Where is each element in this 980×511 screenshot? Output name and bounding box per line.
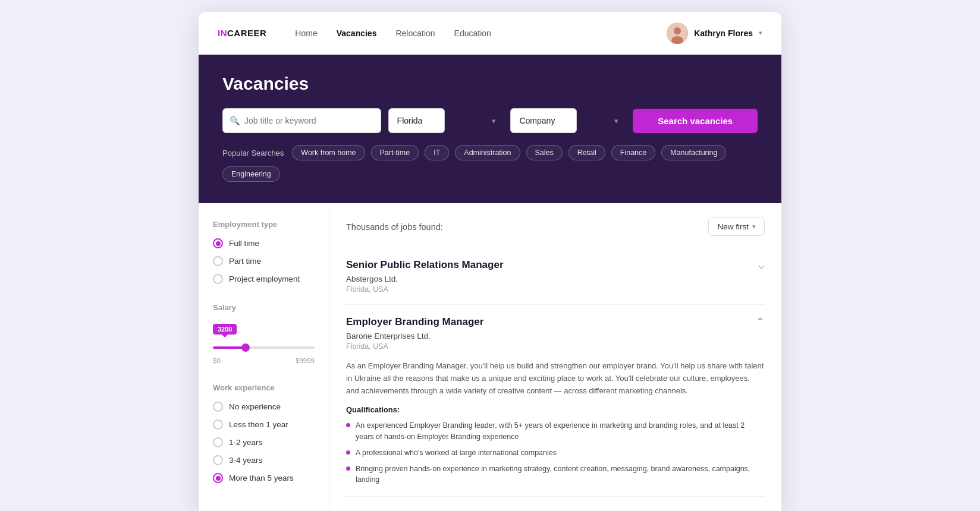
- salary-title: Salary: [213, 303, 315, 312]
- job-card-1-info: Senior Public Relations Manager: [346, 259, 504, 271]
- job-title-2: Employer Branding Manager: [346, 316, 483, 328]
- job-company-1: Abstergos Ltd.: [346, 275, 765, 283]
- tag-engineering[interactable]: Engineering: [222, 166, 280, 182]
- radio-part-time[interactable]: Part time: [213, 256, 315, 266]
- radio-part-time-circle: [213, 256, 223, 266]
- radio-3-4[interactable]: 3-4 years: [213, 455, 315, 465]
- logo[interactable]: INCAREER: [218, 28, 266, 38]
- app-window: INCAREER Home Vacancies Relocation Educa…: [199, 12, 781, 511]
- navbar: INCAREER Home Vacancies Relocation Educa…: [199, 12, 781, 55]
- salary-range: $0 $9999: [213, 357, 315, 364]
- sidebar: Employment type Full time Part time Proj…: [199, 203, 329, 511]
- nav-relocation[interactable]: Relocation: [395, 29, 435, 38]
- radio-5-plus[interactable]: More than 5 years: [213, 473, 315, 483]
- radio-less-1-circle: [213, 419, 223, 430]
- job-collapse-icon-1[interactable]: ⌵: [758, 258, 765, 272]
- radio-1-2-label: 1-2 years: [229, 438, 262, 447]
- employment-type-group: Full time Part time Project employment: [213, 238, 315, 284]
- avatar: [667, 23, 688, 44]
- nav-username: Kathryn Flores: [694, 29, 753, 38]
- tag-sales[interactable]: Sales: [526, 145, 563, 160]
- nav-vacancies[interactable]: Vacancies: [337, 29, 377, 38]
- job-expand-icon-2[interactable]: ⌃: [756, 316, 765, 329]
- popular-label: Popular Searches: [222, 149, 284, 157]
- qualification-item-1: A professional who's worked at large int…: [346, 447, 765, 459]
- radio-full-time[interactable]: Full time: [213, 238, 315, 248]
- hero-title: Vacancies: [222, 74, 758, 94]
- radio-5-plus-circle: [213, 473, 223, 483]
- radio-no-exp-label: No experience: [229, 402, 281, 411]
- salary-section: Salary 3200 $0 $9999: [213, 303, 315, 364]
- job-company-2: Barone Enterprises Ltd.: [346, 332, 765, 340]
- radio-project-label: Project employment: [229, 275, 300, 283]
- nav-home[interactable]: Home: [295, 29, 317, 38]
- radio-full-time-circle: [213, 238, 223, 248]
- tag-finance[interactable]: Finance: [611, 145, 655, 160]
- radio-less-1-label: Less then 1 year: [229, 420, 288, 429]
- radio-part-time-label: Part time: [229, 257, 261, 266]
- tag-work-from-home[interactable]: Work from home: [292, 145, 365, 160]
- qualification-item-0: An experienced Employer Branding leader,…: [346, 420, 765, 443]
- tag-manufacturing[interactable]: Manufacturing: [661, 145, 726, 160]
- search-input[interactable]: [222, 108, 381, 133]
- job-card-2: Employer Branding Manager ⌃ Barone Enter…: [346, 305, 765, 497]
- salary-slider[interactable]: [213, 342, 315, 354]
- job-card-1: Senior Public Relations Manager ⌵ Abster…: [346, 248, 765, 305]
- qualifications-title-2: Qualifications:: [346, 405, 765, 414]
- job-list-header: Thousands of jobs found: New first ▾: [346, 217, 765, 236]
- nav-education[interactable]: Education: [454, 29, 491, 38]
- nav-links: Home Vacancies Relocation Education: [295, 29, 667, 38]
- nav-user[interactable]: Kathryn Flores ▾: [667, 23, 762, 44]
- radio-no-exp[interactable]: No experience: [213, 402, 315, 412]
- radio-full-time-label: Full time: [229, 239, 259, 248]
- radio-3-4-label: 3-4 years: [229, 456, 262, 465]
- job-body-2: As an Employer Branding Manager, you'll …: [346, 360, 765, 485]
- sort-dropdown[interactable]: New first ▾: [708, 217, 765, 236]
- job-description-2: As an Employer Branding Manager, you'll …: [346, 360, 765, 397]
- radio-no-exp-circle: [213, 402, 223, 412]
- logo-career: CAREER: [227, 28, 266, 38]
- jobs-found-text: Thousands of jobs found:: [346, 222, 443, 232]
- radio-less-1[interactable]: Less then 1 year: [213, 419, 315, 430]
- radio-5-plus-label: More than 5 years: [229, 474, 294, 482]
- location-select-wrap: Florida: [388, 108, 504, 133]
- job-location-2: Florida, USA: [346, 342, 765, 351]
- salary-fill: [213, 346, 246, 349]
- work-experience-title: Work experience: [213, 383, 315, 392]
- location-select[interactable]: Florida: [388, 108, 445, 133]
- sort-chevron-icon: ▾: [752, 223, 756, 231]
- work-experience-section: Work experience No experience Less then …: [213, 383, 315, 483]
- job-card-2-header[interactable]: Employer Branding Manager ⌃: [346, 316, 765, 329]
- company-select-wrap: Company: [510, 108, 626, 133]
- svg-point-1: [674, 27, 681, 34]
- employment-type-title: Employment type: [213, 220, 315, 229]
- radio-3-4-circle: [213, 455, 223, 465]
- popular-searches: Popular Searches Work from home Part-tim…: [222, 145, 758, 182]
- job-card-1-header[interactable]: Senior Public Relations Manager ⌵: [346, 258, 765, 272]
- job-list-area: Thousands of jobs found: New first ▾ Sen…: [329, 203, 781, 511]
- hero-banner: Vacancies 🔍 Florida Company Search vacan…: [199, 55, 781, 203]
- search-icon: 🔍: [230, 116, 240, 125]
- tag-part-time[interactable]: Part-time: [371, 145, 419, 160]
- tag-retail[interactable]: Retail: [568, 145, 605, 160]
- salary-thumb[interactable]: [241, 343, 250, 352]
- salary-bubble: 3200: [213, 324, 237, 335]
- company-select[interactable]: Company: [510, 108, 577, 133]
- search-bar: 🔍 Florida Company Search vacancies: [222, 108, 758, 133]
- work-experience-group: No experience Less then 1 year 1-2 years…: [213, 402, 315, 483]
- radio-1-2[interactable]: 1-2 years: [213, 437, 315, 447]
- radio-project[interactable]: Project employment: [213, 274, 315, 284]
- salary-track: [213, 346, 315, 349]
- search-input-wrap: 🔍: [222, 108, 381, 133]
- job-location-1: Florida, USA: [346, 285, 765, 294]
- salary-min: $0: [213, 357, 221, 364]
- logo-in: IN: [218, 28, 227, 38]
- search-button[interactable]: Search vacancies: [633, 109, 758, 133]
- tag-it[interactable]: IT: [425, 145, 449, 160]
- nav-chevron-icon: ▾: [759, 29, 762, 37]
- main-content: Employment type Full time Part time Proj…: [199, 203, 781, 511]
- job-card-2-info: Employer Branding Manager: [346, 316, 483, 328]
- qualifications-list-2: An experienced Employer Branding leader,…: [346, 420, 765, 485]
- tag-administration[interactable]: Administration: [455, 145, 520, 160]
- qualification-item-2: Bringing proven hands-on experience in m…: [346, 463, 765, 486]
